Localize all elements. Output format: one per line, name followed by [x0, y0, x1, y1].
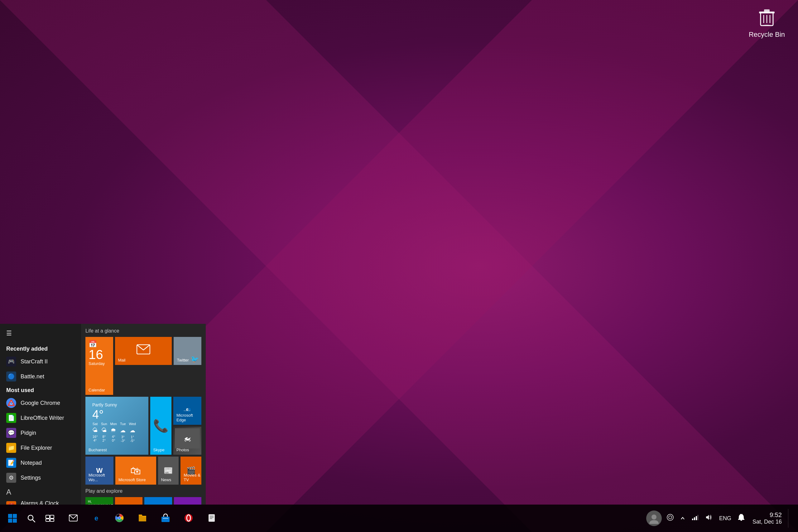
forecast-high-0: 16°: [93, 435, 98, 438]
movies-tile-label: Movies & TV: [184, 473, 202, 482]
svg-rect-32: [163, 518, 168, 519]
hamburger-button[interactable]: ☰: [0, 324, 81, 343]
forecast-high-1: 8°: [102, 435, 106, 438]
cortana-icon[interactable]: [665, 512, 676, 525]
task-view-button[interactable]: [40, 509, 59, 528]
network-icon[interactable]: [690, 512, 700, 524]
taskbar-apps: e: [59, 507, 643, 529]
app-name-starcraft: StarCraft II: [21, 358, 48, 365]
app-item-libreoffice[interactable]: 📄 LibreOffice Writer: [0, 411, 81, 425]
app-item-notepad[interactable]: 📝 Notepad: [0, 455, 81, 470]
tiles-row-1: 📅 16 Saturday Calendar Mail: [86, 337, 202, 395]
tile-xbox[interactable]: Hi,IAMANINJAKILLER Xbox: [86, 497, 113, 505]
tile-onenote[interactable]: N OneNote: [174, 497, 202, 505]
taskbar-chrome[interactable]: [109, 507, 130, 529]
forecast-icon-1: 🌤: [101, 427, 107, 434]
svg-text:e: e: [186, 407, 189, 412]
search-button[interactable]: [22, 509, 40, 528]
svg-point-40: [667, 514, 673, 520]
weather-condition: Partly Sunny: [92, 402, 141, 407]
tile-photos[interactable]: 🏍 Photos: [173, 427, 202, 455]
language-indicator[interactable]: ENG: [717, 513, 733, 524]
libreoffice-icon: 📄: [6, 413, 16, 423]
taskbar-mail[interactable]: [62, 507, 84, 529]
mail-icon: [136, 344, 150, 355]
app-item-fileexplorer[interactable]: 📁 File Explorer: [0, 440, 81, 455]
app-name-pidgin: Pidgin: [21, 430, 36, 436]
tiles-row-3: W Microsoft Wo... 🛍 Microsoft Store 📰 Ne…: [86, 457, 202, 484]
tile-word[interactable]: W Microsoft Wo...: [86, 457, 113, 484]
app-item-battlenet-recent[interactable]: 🔵 Battle.net: [0, 369, 81, 384]
tile-groove[interactable]: Groove Music: [115, 497, 143, 505]
twitter-bird-icon: 🐦: [190, 355, 199, 363]
tile-news[interactable]: 📰 News: [158, 457, 179, 484]
settings-icon: ⚙: [6, 473, 16, 483]
app-item-pidgin[interactable]: 💬 Pidgin: [0, 425, 81, 440]
tile-mail[interactable]: Mail: [115, 337, 172, 365]
edge-word-col: e Microsoft Edge 🏍 Photos: [173, 397, 202, 455]
forecast-icon-4: ☁: [130, 427, 135, 434]
taskbar-fileexplorer[interactable]: [132, 507, 153, 529]
life-glance-label: Life at a glance: [86, 328, 202, 334]
user-avatar[interactable]: [646, 511, 662, 526]
weather-temp: 4°: [92, 408, 141, 421]
svg-rect-18: [8, 519, 12, 522]
mail-tile-label: Mail: [118, 358, 126, 362]
tile-movies[interactable]: 🎬 Movies & TV: [180, 457, 202, 484]
calendar-day: Saturday: [89, 361, 110, 366]
news-tile-label: News: [161, 477, 171, 482]
hamburger-icon: ☰: [6, 329, 12, 337]
svg-rect-25: [50, 519, 54, 521]
word-tile-label: Microsoft Wo...: [89, 473, 113, 482]
app-item-alarms[interactable]: ⏰ Alarms & Clock New: [0, 498, 81, 505]
start-menu-left-panel: ☰ Recently added 🎮 StarCraft II 🔵 Battle…: [0, 324, 81, 505]
notifications-icon[interactable]: [736, 512, 746, 525]
tile-weather[interactable]: Partly Sunny 4° Sat 🌤 16° 4° Sun: [86, 397, 148, 455]
taskbar-opera[interactable]: [178, 507, 200, 529]
tile-surface[interactable]: Surface: [144, 497, 172, 505]
taskbar-clock[interactable]: 9:52 Sat, Dec 16: [749, 511, 785, 525]
forecast-high-2: 4°: [112, 435, 115, 438]
app-name-chrome: Google Chrome: [21, 400, 60, 406]
notepad-icon: 📝: [6, 458, 16, 468]
tile-store[interactable]: 🛍 Microsoft Store: [115, 457, 156, 484]
forecast-low-4: -5°: [130, 439, 135, 442]
svg-line-21: [33, 519, 35, 522]
forecast-day-2: Mon: [110, 422, 117, 426]
forecast-icon-3: ☁: [120, 427, 126, 434]
svg-rect-35: [209, 514, 215, 522]
volume-icon[interactable]: [704, 512, 714, 524]
xbox-user-text: Hi,IAMANINJAKILLER: [88, 499, 113, 505]
weather-main: Partly Sunny 4° Sat 🌤 16° 4° Sun: [89, 399, 145, 446]
svg-point-41: [669, 516, 672, 519]
battlenet-recent-icon: 🔵: [6, 372, 16, 381]
app-item-starcraft[interactable]: 🎮 StarCraft II: [0, 354, 81, 369]
recycle-bin-icon[interactable]: Recycle Bin: [748, 6, 785, 39]
calendar-date: 16: [89, 348, 110, 361]
tile-skype[interactable]: 📞 Skype: [150, 397, 172, 455]
svg-rect-16: [8, 514, 12, 518]
start-menu: ☰ Recently added 🎮 StarCraft II 🔵 Battle…: [0, 324, 206, 505]
tile-calendar[interactable]: 📅 16 Saturday Calendar: [86, 337, 113, 395]
svg-rect-17: [13, 514, 17, 518]
app-name-battlenet-recent: Battle.net: [21, 373, 44, 380]
start-button[interactable]: [3, 509, 22, 528]
app-name-alarms: Alarms & Clock: [21, 500, 59, 505]
taskbar: e: [0, 505, 798, 532]
tile-edge[interactable]: e Microsoft Edge: [173, 397, 202, 425]
starcraft-icon: 🎮: [6, 357, 16, 366]
show-desktop-button[interactable]: [788, 509, 792, 528]
pidgin-icon: 💬: [6, 428, 16, 438]
taskbar-notepad[interactable]: [201, 507, 223, 529]
hidden-icons-arrow[interactable]: [679, 512, 687, 524]
app-name-libreoffice: LibreOffice Writer: [21, 415, 64, 421]
tile-twitter[interactable]: 🐦 Twitter: [174, 337, 202, 365]
taskbar-store[interactable]: [155, 507, 176, 529]
taskbar-edge[interactable]: e: [86, 507, 107, 529]
forecast-low-0: 4°: [94, 438, 97, 442]
app-item-settings[interactable]: ⚙ Settings: [0, 470, 81, 485]
forecast-icon-2: 🌧: [111, 427, 116, 434]
chrome-app-icon: [6, 398, 16, 408]
alarms-icon: ⏰: [6, 501, 16, 505]
app-item-chrome[interactable]: Google Chrome: [0, 396, 81, 411]
